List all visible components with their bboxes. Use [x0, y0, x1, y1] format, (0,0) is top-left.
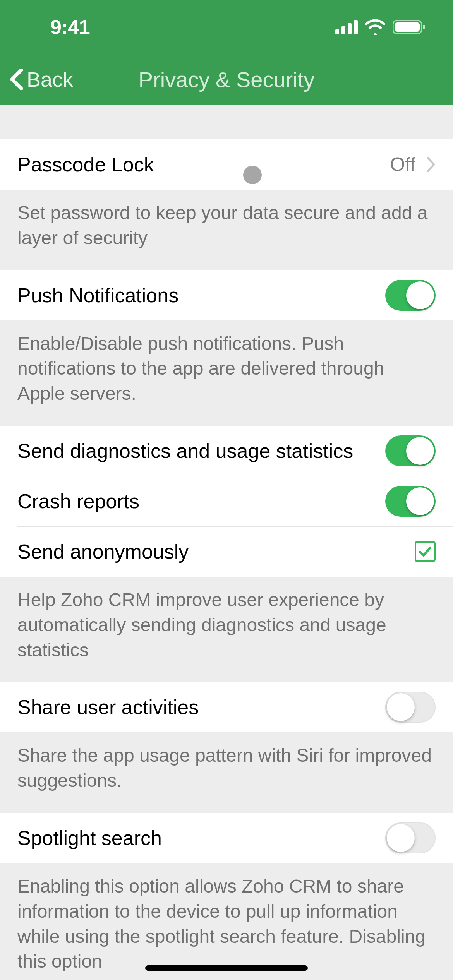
row-passcode-lock[interactable]: Passcode Lock Off	[0, 139, 453, 190]
share-toggle[interactable]	[385, 692, 436, 723]
row-push-notifications: Push Notifications	[0, 270, 453, 320]
nav-bar: Back Privacy & Security	[0, 54, 453, 105]
svg-rect-2	[348, 23, 352, 34]
row-spotlight-search: Spotlight search	[0, 813, 453, 863]
spotlight-label: Spotlight search	[17, 826, 385, 850]
svg-rect-1	[341, 26, 345, 34]
anon-checkbox[interactable]	[415, 541, 436, 562]
back-label: Back	[27, 67, 73, 91]
diagnostics-toggle[interactable]	[385, 435, 436, 466]
row-diagnostics: Send diagnostics and usage statistics	[0, 426, 453, 476]
push-label: Push Notifications	[17, 284, 385, 307]
row-share-activities: Share user activities	[0, 682, 453, 732]
passcode-label: Passcode Lock	[17, 153, 390, 176]
svg-rect-6	[423, 25, 425, 29]
svg-rect-3	[354, 20, 358, 34]
share-label: Share user activities	[17, 696, 385, 719]
push-toggle[interactable]	[385, 280, 436, 311]
home-indicator	[145, 965, 308, 971]
loading-dot	[243, 166, 262, 184]
status-bar: 9:41	[0, 0, 453, 54]
crash-toggle[interactable]	[385, 486, 436, 517]
anon-label: Send anonymously	[17, 540, 415, 563]
share-footer: Share the app usage pattern with Siri fo…	[0, 732, 453, 813]
diagnostics-label: Send diagnostics and usage statistics	[17, 439, 385, 463]
spotlight-toggle[interactable]	[385, 822, 436, 853]
svg-rect-0	[335, 29, 339, 34]
back-button[interactable]: Back	[0, 67, 73, 91]
wifi-icon	[365, 19, 386, 35]
diagnostics-footer: Help Zoho CRM improve user experience by…	[0, 577, 453, 682]
battery-icon	[393, 19, 426, 35]
crash-label: Crash reports	[17, 490, 385, 513]
row-send-anonymously: Send anonymously	[0, 526, 453, 577]
row-crash-reports: Crash reports	[0, 476, 453, 526]
cellular-icon	[335, 20, 358, 34]
chevron-left-icon	[10, 69, 23, 90]
status-right	[335, 19, 426, 35]
push-footer: Enable/Disable push notifications. Push …	[0, 320, 453, 426]
svg-rect-5	[395, 22, 420, 32]
passcode-footer: Set password to keep your data secure an…	[0, 190, 453, 270]
status-time: 9:41	[50, 15, 90, 39]
page-title: Privacy & Security	[139, 67, 314, 92]
chevron-right-icon	[426, 156, 436, 173]
passcode-value: Off	[390, 153, 415, 176]
spotlight-footer: Enabling this option allows Zoho CRM to …	[0, 863, 453, 980]
